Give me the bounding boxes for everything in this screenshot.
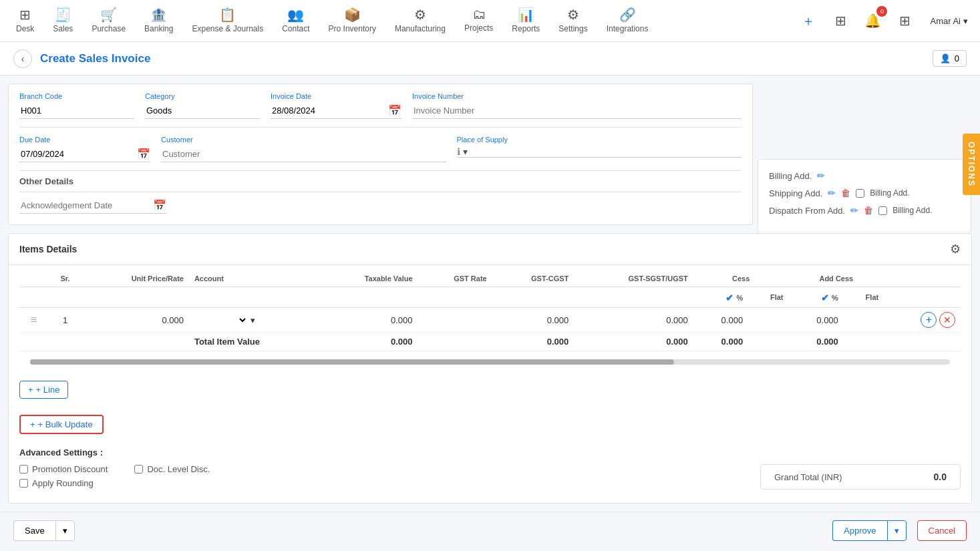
- promotion-discount-row: Promotion Discount: [19, 464, 108, 474]
- shipping-add-delete-icon[interactable]: 🗑: [841, 188, 850, 198]
- add-line-button[interactable]: + + Line: [19, 381, 68, 399]
- nav-expense-label: Expense & Journals: [192, 24, 263, 33]
- category-label: Category: [145, 92, 260, 100]
- dispatch-billing-label: Billing Add.: [892, 206, 932, 215]
- scrollbar-track[interactable]: [30, 359, 950, 365]
- nav-desk[interactable]: ⊞ Desk: [7, 0, 43, 42]
- customer-input[interactable]: [161, 146, 446, 162]
- col-drag: [19, 270, 48, 287]
- cancel-button[interactable]: Cancel: [917, 520, 967, 541]
- nav-settings[interactable]: ⚙ Settings: [549, 0, 597, 42]
- shipping-add-row: Shipping Add. ✏ 🗑 Billing Add.: [769, 188, 960, 198]
- apply-rounding-checkbox[interactable]: [19, 479, 28, 488]
- nav-pro-inventory[interactable]: 📦 Pro Inventory: [319, 0, 385, 42]
- bulk-update-icon: +: [30, 419, 35, 429]
- projects-icon: 🗂: [472, 7, 486, 22]
- approve-btn-group: Approve ▾: [832, 520, 906, 541]
- top-nav: ⊞ Desk 🧾 Sales 🛒 Purchase 🏦 Banking 📋 Ex…: [0, 0, 980, 42]
- nav-manufacturing[interactable]: ⚙ Manufacturing: [385, 0, 455, 42]
- add-button[interactable]: ＋: [796, 9, 820, 33]
- save-dropdown-icon: ▾: [63, 526, 67, 536]
- user-menu-button[interactable]: Amar Ai ▾: [925, 13, 973, 29]
- main-content: Branch Code Category Invoice Date 📅 Invo…: [0, 83, 980, 504]
- grand-total-value: 0.0: [934, 472, 947, 482]
- items-header: Items Details ⚙: [9, 234, 971, 265]
- dispatch-billing-checkbox[interactable]: [878, 206, 887, 215]
- total-gst-sgst: 0.000: [574, 333, 693, 351]
- col-cgst-sub: [492, 287, 575, 308]
- ack-date-calendar-icon[interactable]: 📅: [153, 199, 166, 212]
- place-of-supply-dropdown-icon[interactable]: ▾: [463, 146, 468, 157]
- grand-total-inline: Grand Total (INR) 0.0: [760, 464, 961, 490]
- bulk-update-button[interactable]: + + Bulk Update: [19, 415, 104, 434]
- row-account: ▾: [189, 308, 318, 333]
- col-account-sub: [189, 287, 318, 308]
- save-dropdown-button[interactable]: ▾: [55, 520, 75, 541]
- invoice-number-input[interactable]: [412, 103, 742, 119]
- col-account: Account: [189, 270, 318, 287]
- shipping-billing-checkbox[interactable]: [856, 189, 864, 198]
- nav-projects[interactable]: 🗂 Projects: [455, 0, 502, 42]
- items-settings-button[interactable]: ⚙: [950, 242, 961, 256]
- delete-row-button[interactable]: ✕: [939, 312, 955, 328]
- nav-contact-label: Contact: [282, 24, 309, 33]
- col-gst-cgst: GST-CGST: [492, 270, 575, 287]
- nav-expense[interactable]: 📋 Expense & Journals: [182, 0, 273, 42]
- approve-button[interactable]: Approve: [832, 520, 886, 541]
- options-tab[interactable]: OPTIONS: [963, 134, 980, 195]
- category-input[interactable]: [145, 103, 260, 119]
- dispatch-add-edit-icon[interactable]: ✏: [850, 205, 858, 216]
- page-title: Create Sales Invoice: [40, 52, 933, 65]
- due-date-input[interactable]: [19, 146, 134, 162]
- table-icon-button[interactable]: ⊞: [828, 9, 852, 33]
- customer-group: Customer: [161, 136, 446, 162]
- invoice-date-input[interactable]: [271, 103, 385, 118]
- grand-total-label: Grand Total (INR): [774, 472, 842, 482]
- doc-level-disc-checkbox[interactable]: [134, 465, 143, 474]
- add-row-button[interactable]: +: [921, 312, 937, 328]
- nav-pro-inventory-label: Pro Inventory: [329, 24, 376, 33]
- col-add-cess-flat: Flat: [844, 287, 884, 308]
- drag-icon[interactable]: ≡: [31, 314, 37, 325]
- invoice-number-label: Invoice Number: [412, 92, 742, 100]
- back-button[interactable]: ‹: [13, 49, 32, 68]
- invoice-date-calendar-icon[interactable]: 📅: [388, 104, 401, 117]
- bulk-section: + + Line: [9, 367, 971, 412]
- nav-reports-label: Reports: [512, 24, 540, 33]
- save-button[interactable]: Save: [13, 520, 55, 541]
- col-sr: Sr.: [48, 270, 82, 287]
- nav-contact[interactable]: 👥 Contact: [273, 0, 319, 42]
- nav-purchase-label: Purchase: [92, 24, 126, 33]
- branch-code-input[interactable]: [19, 103, 134, 119]
- account-select[interactable]: [194, 315, 248, 326]
- promotion-discount-checkbox[interactable]: [19, 465, 28, 474]
- nav-banking[interactable]: 🏦 Banking: [135, 0, 182, 42]
- contact-icon: 👥: [287, 7, 304, 23]
- shipping-add-edit-icon[interactable]: ✏: [828, 188, 836, 198]
- nav-reports[interactable]: 📊 Reports: [502, 0, 549, 42]
- col-gst-rate: GST Rate: [418, 270, 492, 287]
- user-dropdown-icon: ▾: [963, 16, 968, 26]
- ack-date-input[interactable]: [19, 198, 150, 213]
- row-cess: 0.000: [693, 308, 748, 333]
- ack-date-wrapper: 📅: [19, 198, 166, 214]
- doc-level-disc-wrapper: Doc. Level Disc.: [134, 464, 210, 474]
- cess-percent-label: %: [736, 294, 743, 302]
- billing-add-edit-icon[interactable]: ✏: [817, 170, 825, 181]
- row-gst-cgst: 0.000: [492, 308, 575, 333]
- col-cess-header: Cess: [693, 270, 789, 287]
- user-count-button[interactable]: 👤 0: [933, 50, 967, 67]
- scrollbar-area: [9, 357, 971, 367]
- integrations-icon: 🔗: [619, 7, 636, 23]
- nav-purchase[interactable]: 🛒 Purchase: [82, 0, 135, 42]
- dashboard-button[interactable]: ⊞: [892, 9, 917, 33]
- col-taxable-sub: [318, 287, 418, 308]
- col-taxable-value: Taxable Value: [318, 270, 418, 287]
- nav-sales[interactable]: 🧾 Sales: [43, 0, 82, 42]
- nav-integrations[interactable]: 🔗 Integrations: [597, 0, 658, 42]
- due-date-calendar-icon[interactable]: 📅: [137, 148, 150, 160]
- dispatch-add-delete-icon[interactable]: 🗑: [864, 205, 873, 216]
- user-count-value: 0: [955, 53, 959, 63]
- nav-sales-label: Sales: [53, 24, 73, 33]
- approve-dropdown-button[interactable]: ▾: [887, 520, 907, 541]
